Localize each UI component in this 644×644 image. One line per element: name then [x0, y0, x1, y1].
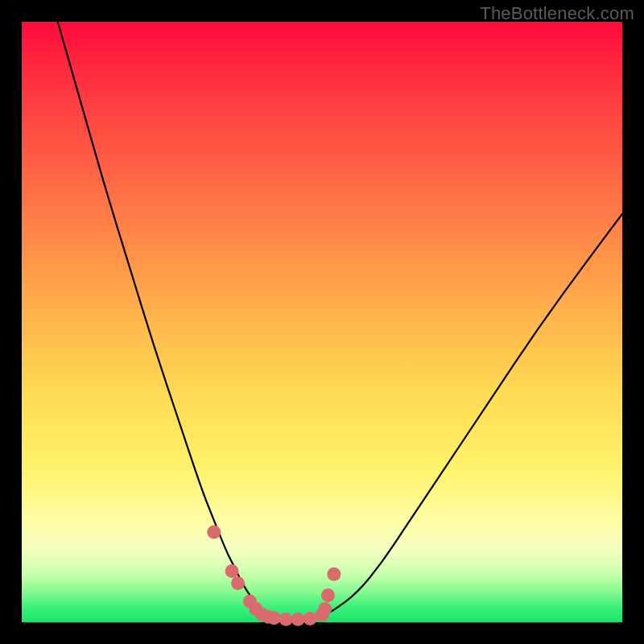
curve-marker: [291, 613, 305, 626]
curve-marker: [207, 526, 221, 539]
bottleneck-curve: [58, 22, 622, 619]
plot-area: [22, 22, 622, 622]
curve-marker: [327, 568, 341, 581]
curve-marker: [267, 611, 281, 625]
curve-marker: [318, 602, 332, 616]
curve-markers: [207, 526, 341, 626]
curve-marker: [231, 576, 245, 590]
curve-marker: [321, 588, 335, 602]
chart-frame: TheBottleneck.com: [0, 0, 644, 644]
curve-marker: [303, 612, 317, 625]
curve-svg: [22, 22, 622, 622]
curve-marker: [279, 613, 293, 626]
curve-marker: [225, 564, 239, 578]
watermark-text: TheBottleneck.com: [480, 3, 634, 24]
